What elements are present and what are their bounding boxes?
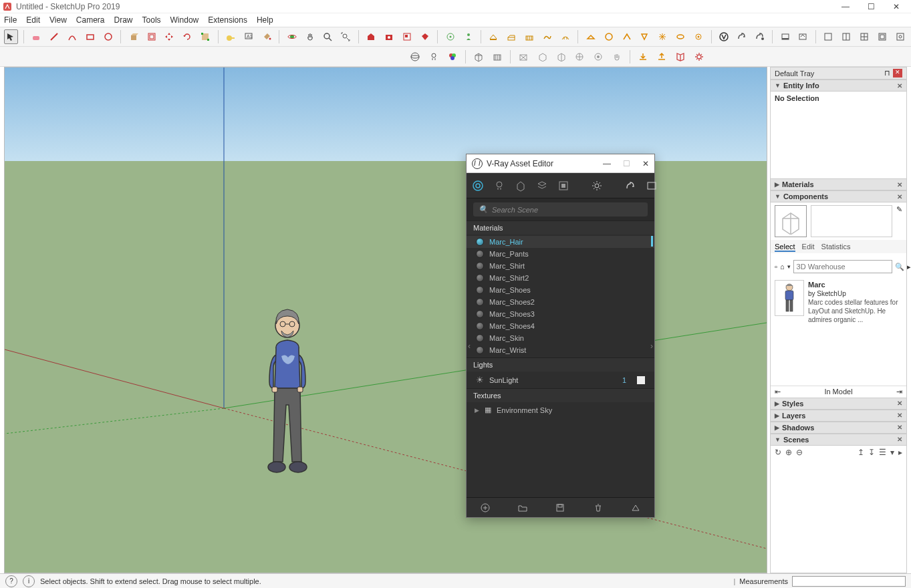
vray-purge-icon[interactable]: [629, 501, 642, 514]
tab-statistics[interactable]: Statistics: [821, 243, 851, 252]
menu-extensions[interactable]: Extensions: [208, 15, 247, 25]
panel-close-icon[interactable]: ✕: [897, 424, 902, 431]
light-item[interactable]: ☀ SunLight 1: [467, 372, 654, 388]
material-item[interactable]: Marc_Shirt: [467, 260, 654, 272]
warehouse-icon[interactable]: [364, 29, 378, 44]
vray-logo-icon[interactable]: [717, 29, 731, 44]
vr-color-icon[interactable]: [445, 49, 460, 64]
help-icon[interactable]: ?: [5, 575, 17, 587]
material-item[interactable]: Marc_Shoes2: [467, 296, 654, 308]
vray-tab-layers-icon[interactable]: [536, 178, 548, 193]
warehouse-search-input[interactable]: [793, 260, 892, 273]
panel-scenes[interactable]: ▼Scenes✕: [771, 434, 906, 446]
menu-draw[interactable]: Draw: [114, 15, 133, 25]
panel-styles[interactable]: ▶Styles✕: [771, 398, 906, 410]
sandbox5-icon[interactable]: [559, 29, 573, 44]
vray-search-input[interactable]: 🔍 Search Scene: [473, 202, 648, 216]
select-tool-icon[interactable]: [4, 29, 18, 44]
sandbox3-icon[interactable]: [523, 29, 537, 44]
search-icon[interactable]: 🔍: [895, 263, 904, 271]
vray-interactive-icon[interactable]: [753, 29, 767, 44]
vray-tab-render-icon[interactable]: [624, 178, 636, 193]
vr-mesh3-icon[interactable]: [553, 49, 568, 64]
vray-tab-lights-icon[interactable]: [493, 178, 505, 193]
scene-menu-icon[interactable]: ▾: [890, 448, 894, 457]
panel-close-icon[interactable]: ✕: [897, 181, 902, 188]
menu-camera[interactable]: Camera: [76, 15, 105, 25]
location-icon[interactable]: [443, 29, 457, 44]
light-enable-checkbox[interactable]: [637, 376, 645, 384]
in-model-row[interactable]: ⇤ In Model ⇥: [771, 386, 906, 398]
texture-item[interactable]: ▶ ▦ Environment Sky: [467, 402, 654, 418]
vray-render-icon[interactable]: [735, 29, 749, 44]
offset-tool-icon[interactable]: [144, 29, 158, 44]
person-icon[interactable]: [461, 29, 475, 44]
rotate-tool-icon[interactable]: [180, 29, 194, 44]
material-item[interactable]: Marc_Pants: [467, 248, 654, 260]
vr-cube1-icon[interactable]: [471, 49, 486, 64]
vray-next-icon[interactable]: ›: [650, 341, 653, 351]
vray-minimize-button[interactable]: —: [603, 159, 611, 168]
vray-prev-icon[interactable]: ‹: [468, 341, 471, 351]
vr-light-icon[interactable]: [426, 49, 441, 64]
panel-components[interactable]: ▼Components✕: [771, 190, 906, 202]
view4-icon[interactable]: [876, 29, 890, 44]
layout-icon[interactable]: [400, 29, 414, 44]
info-icon[interactable]: i: [23, 575, 35, 587]
vray-frame-icon[interactable]: [796, 29, 810, 44]
vray-tab-materials-icon[interactable]: [472, 178, 484, 193]
text-tool-icon[interactable]: A1: [242, 29, 256, 44]
panel-close-icon[interactable]: ✕: [897, 436, 902, 443]
vray-viewport-icon[interactable]: [778, 29, 792, 44]
paint-bucket-icon[interactable]: [259, 29, 273, 44]
solid2-icon[interactable]: [602, 29, 616, 44]
panel-close-icon[interactable]: ✕: [897, 193, 902, 200]
marc-figure[interactable]: [256, 301, 319, 475]
pin-icon[interactable]: ⊓: [884, 69, 890, 78]
vr-mesh2-icon[interactable]: [535, 49, 549, 64]
solid4-icon[interactable]: [638, 29, 652, 44]
material-item[interactable]: Marc_Shoes4: [467, 320, 654, 332]
maximize-button[interactable]: ☐: [864, 2, 878, 11]
vr-book-icon[interactable]: [673, 49, 688, 64]
menu-edit[interactable]: Edit: [26, 15, 40, 25]
vray-titlebar[interactable]: V-Ray Asset Editor — ☐ ✕: [467, 154, 654, 173]
menu-file[interactable]: File: [4, 15, 17, 25]
panel-entity-info[interactable]: ▼Entity Info✕: [771, 80, 906, 92]
expand-icon[interactable]: ▶: [475, 407, 479, 414]
vr-gear-icon[interactable]: [692, 49, 706, 64]
ruby-icon[interactable]: [418, 29, 432, 44]
vr-export1-icon[interactable]: [636, 49, 650, 64]
nav-back-icon[interactable]: ▫: [775, 263, 777, 271]
nav-forward-icon[interactable]: ▸: [907, 263, 911, 271]
vray-open-icon[interactable]: [516, 501, 529, 514]
vr-export2-icon[interactable]: [654, 49, 669, 64]
material-item[interactable]: Marc_Skin: [467, 332, 654, 344]
sandbox2-icon[interactable]: [505, 29, 519, 44]
panel-close-icon[interactable]: ✕: [897, 82, 902, 90]
tab-select[interactable]: Select: [775, 243, 795, 252]
material-item[interactable]: Marc_Shirt2: [467, 272, 654, 284]
solid7-icon[interactable]: [692, 29, 706, 44]
move-tool-icon[interactable]: [162, 29, 176, 44]
menu-window[interactable]: Window: [170, 15, 199, 25]
material-item[interactable]: Marc_Hair: [467, 236, 654, 248]
vray-tab-settings-icon[interactable]: [591, 178, 603, 193]
scene-add-icon[interactable]: ⊕: [785, 448, 792, 457]
pan-tool-icon[interactable]: [303, 29, 317, 44]
material-item[interactable]: Marc_Shoes3: [467, 308, 654, 320]
view5-icon[interactable]: [893, 29, 907, 44]
vr-sphere-icon[interactable]: [408, 49, 422, 64]
close-button[interactable]: ✕: [890, 2, 903, 11]
line-tool-icon[interactable]: [47, 29, 61, 44]
panel-materials[interactable]: ▶Materials✕: [771, 178, 906, 190]
vray-tab-frame-icon[interactable]: [646, 178, 658, 193]
vr-mesh1-icon[interactable]: [516, 49, 531, 64]
nav-last-icon[interactable]: ⇥: [896, 388, 902, 396]
minimize-button[interactable]: —: [839, 2, 852, 11]
sandbox4-icon[interactable]: [541, 29, 555, 44]
material-item[interactable]: Marc_Shoes: [467, 284, 654, 296]
zoom-extents-icon[interactable]: [339, 29, 353, 44]
panel-close-icon[interactable]: ✕: [897, 412, 902, 419]
vr-proxy-icon[interactable]: [490, 49, 505, 64]
